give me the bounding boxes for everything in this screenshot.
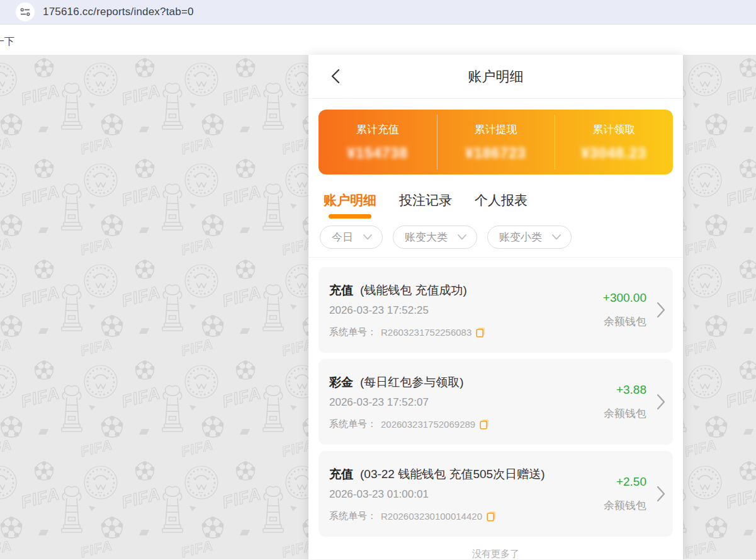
tab-personal-report[interactable]: 个人报表 (475, 191, 528, 219)
transaction-row[interactable]: 充值(钱能钱包 充值成功) 2026-03-23 17:52:25 系统单号： … (319, 267, 673, 353)
transaction-order-row: 系统单号： R2603231752256083 (329, 326, 603, 338)
chevron-right-icon (657, 302, 665, 318)
chevron-right-icon (657, 486, 665, 502)
transaction-datetime: 2026-03-23 17:52:25 (329, 304, 603, 317)
amount-value: +3.88 (616, 383, 646, 397)
chevron-down-icon (552, 234, 561, 240)
transaction-title: 充值(03-22 钱能钱包 充值505次日赠送) (329, 466, 604, 483)
transaction-amount-block: +2.50 余额钱包 (604, 475, 646, 513)
filters-bar: 今日 账变大类 账变小类 (308, 219, 683, 258)
load-more-text: 没有更多了 (308, 543, 683, 559)
summary-value-blurred: ¥186723 (437, 145, 555, 162)
summary-value-blurred: ¥154738 (319, 145, 437, 162)
chevron-right-icon (657, 394, 665, 410)
page-top-strip: 一下 (0, 25, 756, 55)
wallet-label: 余额钱包 (604, 314, 646, 329)
cutoff-text: 一下 (0, 35, 14, 49)
transaction-amount-block: +300.00 余额钱包 (603, 291, 646, 329)
copy-icon (487, 511, 496, 522)
amount-value: +300.00 (603, 291, 646, 305)
summary-card: 累计充值 ¥154738 累计提现 ¥186723 累计领取 ¥3048.23 (319, 110, 673, 174)
summary-total-claimed: 累计领取 ¥3048.23 (555, 118, 673, 166)
tabs-bar: 账户明细 投注记录 个人报表 (308, 174, 683, 219)
wallet-label: 余额钱包 (604, 406, 646, 421)
tab-bet-records[interactable]: 投注记录 (399, 191, 452, 219)
copy-button[interactable] (476, 327, 485, 338)
copy-button[interactable] (480, 419, 489, 430)
panel-header: 账户明细 (308, 55, 683, 99)
transaction-list: 充值(钱能钱包 充值成功) 2026-03-23 17:52:25 系统单号： … (308, 258, 683, 559)
transaction-info: 彩金(每日红包参与领取) 2026-03-23 17:52:07 系统单号： 2… (329, 374, 604, 430)
transaction-desc: (03-22 钱能钱包 充值505次日赠送) (360, 467, 545, 481)
order-label: 系统单号： (329, 326, 376, 338)
order-number: R202603230100014420 (381, 511, 482, 522)
transaction-order-row: 系统单号： R202603230100014420 (329, 510, 604, 522)
back-icon (331, 69, 340, 84)
transaction-datetime: 2026-03-23 17:52:07 (329, 396, 604, 409)
site-settings-icon (20, 7, 30, 17)
transaction-type: 彩金 (329, 375, 353, 389)
site-settings-button[interactable] (16, 3, 35, 21)
filter-major-type-label: 账变大类 (405, 230, 448, 244)
transaction-desc: (每日红包参与领取) (360, 375, 464, 389)
transaction-title: 彩金(每日红包参与领取) (329, 374, 604, 391)
transaction-order-row: 系统单号： 202603231752069289 (329, 418, 604, 430)
browser-url-bar[interactable]: 175616.cc/reports/index?tab=0 (0, 0, 756, 25)
page-background: FIFA (0, 55, 756, 559)
transaction-title: 充值(钱能钱包 充值成功) (329, 282, 603, 299)
filter-date-dropdown[interactable]: 今日 (320, 226, 383, 249)
copy-icon (476, 327, 485, 338)
transaction-row[interactable]: 充值(03-22 钱能钱包 充值505次日赠送) 2026-03-23 01:0… (319, 451, 673, 537)
transaction-type: 充值 (329, 467, 353, 481)
summary-label: 累计充值 (319, 122, 437, 137)
chevron-down-icon (363, 234, 372, 240)
transaction-info: 充值(03-22 钱能钱包 充值505次日赠送) 2026-03-23 01:0… (329, 466, 604, 522)
filter-minor-type-dropdown[interactable]: 账变小类 (487, 226, 572, 249)
transaction-type: 充值 (329, 283, 353, 297)
account-detail-panel: 账户明细 累计充值 ¥154738 累计提现 ¥186723 累计领取 ¥304… (308, 55, 683, 559)
back-button[interactable] (326, 67, 345, 86)
summary-total-withdraw: 累计提现 ¥186723 (437, 118, 555, 166)
transaction-info: 充值(钱能钱包 充值成功) 2026-03-23 17:52:25 系统单号： … (329, 282, 603, 338)
summary-label: 累计提现 (437, 122, 555, 137)
transaction-row[interactable]: 彩金(每日红包参与领取) 2026-03-23 17:52:07 系统单号： 2… (319, 359, 673, 445)
filter-date-label: 今日 (332, 230, 353, 244)
transaction-amount-block: +3.88 余额钱包 (604, 383, 646, 421)
url-text[interactable]: 175616.cc/reports/index?tab=0 (43, 6, 194, 18)
amount-value: +2.50 (616, 475, 646, 489)
copy-icon (480, 419, 489, 430)
summary-total-deposit: 累计充值 ¥154738 (319, 118, 437, 166)
chevron-down-icon (458, 234, 466, 240)
transaction-datetime: 2026-03-23 01:00:01 (329, 488, 604, 501)
filter-minor-type-label: 账变小类 (499, 230, 542, 244)
page-title: 账户明细 (468, 67, 524, 86)
tab-account-detail[interactable]: 账户明细 (324, 191, 376, 219)
summary-value-blurred: ¥3048.23 (555, 145, 673, 162)
copy-button[interactable] (487, 511, 496, 522)
order-number: R2603231752256083 (381, 327, 471, 338)
filter-major-type-dropdown[interactable]: 账变大类 (393, 226, 477, 249)
order-label: 系统单号： (329, 418, 376, 430)
transaction-desc: (钱能钱包 充值成功) (360, 283, 467, 297)
summary-label: 累计领取 (555, 122, 673, 137)
order-label: 系统单号： (329, 510, 376, 522)
wallet-label: 余额钱包 (604, 498, 646, 513)
order-number: 202603231752069289 (381, 419, 475, 430)
